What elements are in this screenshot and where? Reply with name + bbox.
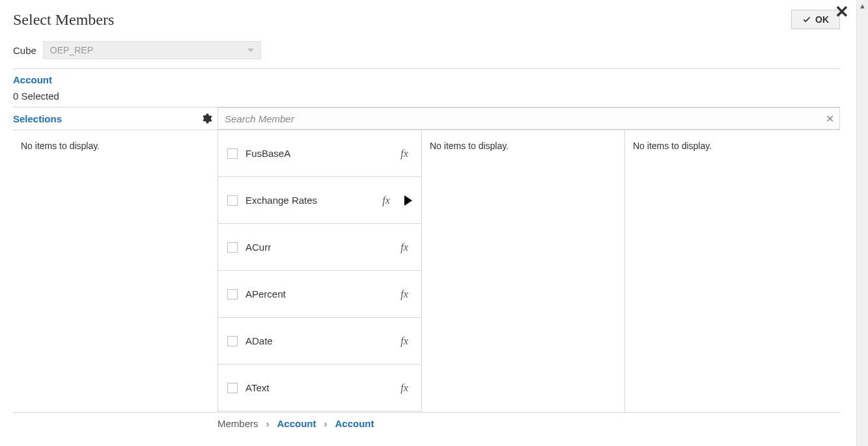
- selections-empty-text: No items to display.: [21, 141, 100, 151]
- member-checkbox[interactable]: [227, 383, 238, 393]
- close-icon[interactable]: ✕: [835, 3, 849, 20]
- member-name: APercent: [245, 288, 389, 300]
- member-checkbox[interactable]: [227, 148, 238, 159]
- clear-search-icon[interactable]: ✕: [826, 113, 834, 125]
- cube-label: Cube: [13, 45, 36, 56]
- breadcrumb: Members › Account › Account: [13, 413, 840, 429]
- ok-button-label: OK: [815, 14, 829, 25]
- chevron-right-icon: ›: [324, 418, 328, 429]
- children-empty-text: No items to display.: [430, 141, 509, 151]
- member-row[interactable]: FusBaseAfx: [218, 130, 421, 177]
- member-row[interactable]: ACurrfx: [218, 224, 421, 271]
- selections-panel: No items to display.: [13, 130, 217, 412]
- expand-icon[interactable]: [404, 195, 412, 206]
- cube-select-value: OEP_REP: [50, 45, 93, 55]
- fx-icon[interactable]: fx: [397, 288, 412, 300]
- member-name: ADate: [245, 335, 389, 346]
- selections-section-header: Selections: [13, 108, 195, 130]
- page-title: Select Members: [13, 11, 114, 29]
- details-panel: No items to display.: [625, 130, 840, 412]
- check-icon: [802, 15, 811, 24]
- children-panel: No items to display.: [422, 130, 625, 412]
- member-list-panel[interactable]: FusBaseAfxExchange RatesfxACurrfxAPercen…: [217, 130, 422, 412]
- fx-icon[interactable]: fx: [378, 195, 394, 206]
- member-row[interactable]: Exchange Ratesfx: [218, 177, 421, 224]
- member-checkbox[interactable]: [227, 242, 238, 253]
- cube-select[interactable]: OEP_REP: [43, 41, 261, 59]
- member-row[interactable]: APercentfx: [218, 271, 421, 318]
- member-checkbox[interactable]: [227, 195, 238, 206]
- fx-icon[interactable]: fx: [397, 242, 412, 253]
- details-empty-text: No items to display.: [633, 141, 712, 151]
- member-row[interactable]: ADatefx: [218, 318, 421, 365]
- member-checkbox[interactable]: [227, 289, 238, 300]
- scroll-up-icon[interactable]: ▲: [857, 0, 868, 12]
- page-scrollbar[interactable]: ▲: [856, 0, 868, 446]
- breadcrumb-item[interactable]: Account: [277, 418, 316, 429]
- breadcrumb-root[interactable]: Members: [217, 418, 259, 429]
- fx-icon[interactable]: fx: [397, 335, 412, 347]
- chevron-right-icon: ›: [266, 418, 270, 429]
- search-input[interactable]: [218, 108, 839, 129]
- ok-button[interactable]: OK: [791, 10, 840, 29]
- fx-icon[interactable]: fx: [397, 148, 412, 160]
- member-checkbox[interactable]: [227, 336, 238, 346]
- account-section-header: Account: [13, 69, 840, 88]
- member-name: ACurr: [245, 242, 389, 253]
- selected-count: 0 Selected: [13, 88, 840, 107]
- member-row[interactable]: ATextfx: [218, 365, 421, 411]
- member-name: AText: [245, 382, 389, 393]
- breadcrumb-item[interactable]: Account: [335, 418, 374, 429]
- member-name: FusBaseA: [245, 148, 389, 159]
- chevron-down-icon: [247, 49, 254, 52]
- fx-icon[interactable]: fx: [397, 382, 412, 394]
- gear-icon[interactable]: [201, 113, 212, 124]
- search-input-wrap: ✕: [217, 107, 840, 130]
- member-name: Exchange Rates: [245, 195, 371, 206]
